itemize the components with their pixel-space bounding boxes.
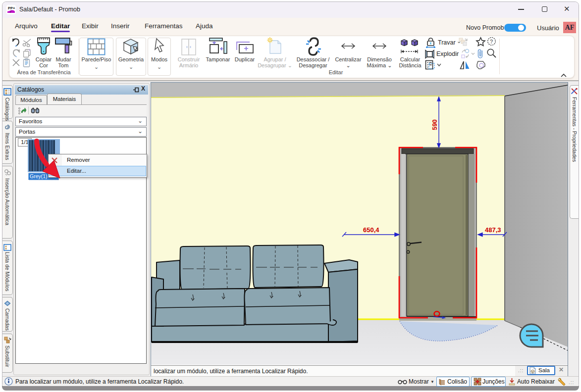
svg-text:PP+: PP+ xyxy=(8,6,15,10)
svg-text:?: ? xyxy=(490,39,493,45)
svg-text:487,3: 487,3 xyxy=(485,226,501,234)
svg-text:650,4: 650,4 xyxy=(363,226,379,234)
svg-text:590: 590 xyxy=(431,119,438,130)
